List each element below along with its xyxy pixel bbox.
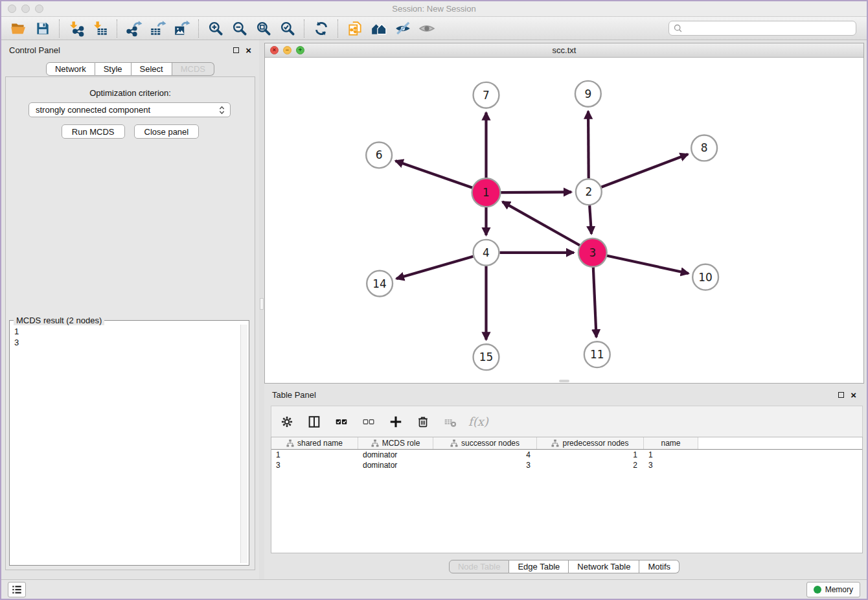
memory-button[interactable]: Memory — [806, 582, 860, 597]
table-cell[interactable]: 1 — [644, 450, 698, 459]
export-table-button[interactable] — [146, 18, 170, 39]
show-panels-button[interactable] — [415, 18, 439, 39]
tab-style[interactable]: Style — [95, 62, 131, 76]
open-session-button[interactable] — [6, 18, 30, 39]
main-toolbar — [1, 17, 867, 40]
panel-splitter[interactable] — [259, 40, 264, 579]
table-cell[interactable]: 3 — [433, 461, 537, 470]
criterion-select[interactable]: strongly connected component — [29, 102, 231, 117]
search-input[interactable] — [683, 23, 852, 33]
save-session-button[interactable] — [30, 18, 54, 39]
window-controls[interactable] — [8, 5, 43, 13]
delete-column-button[interactable] — [414, 413, 432, 431]
eye-slash-icon — [394, 20, 411, 37]
tab-network-table[interactable]: Network Table — [569, 560, 639, 573]
select-all-rows-button[interactable] — [332, 413, 350, 431]
hide-panels-button[interactable] — [391, 18, 415, 39]
close-network-icon[interactable]: × — [270, 46, 279, 54]
export-network-button[interactable] — [122, 18, 146, 39]
show-columns-button[interactable] — [305, 413, 323, 431]
graph-edge-3-1[interactable] — [503, 202, 581, 246]
table-cell[interactable]: 4 — [433, 450, 537, 459]
run-mcds-button[interactable]: Run MCDS — [62, 124, 125, 139]
control-panel-tabs: Network Style Select MCDS — [46, 62, 214, 76]
graph-node-label: 6 — [376, 148, 383, 161]
float-panel-icon[interactable] — [233, 47, 239, 53]
columns-icon — [307, 415, 321, 429]
show-networks-button[interactable] — [367, 18, 391, 39]
column-header-predecessor-nodes[interactable]: predecessor nodes — [537, 437, 644, 449]
graph-node-label: 10 — [698, 271, 713, 284]
table-cell[interactable]: 1 — [271, 450, 358, 459]
import-table-button[interactable] — [88, 18, 112, 39]
function-builder-button[interactable]: f(x) — [468, 413, 488, 431]
close-window-icon[interactable] — [8, 5, 16, 13]
hierarchy-icon — [450, 439, 458, 447]
control-panel-title: Control Panel — [9, 45, 60, 55]
column-header-successor-nodes[interactable]: successor nodes — [433, 437, 537, 449]
table-cell[interactable]: 3 — [271, 461, 358, 470]
deselect-all-rows-button[interactable] — [360, 413, 378, 431]
list-icon — [10, 583, 23, 596]
graph-node-label: 7 — [483, 89, 490, 102]
tab-motifs[interactable]: Motifs — [639, 560, 680, 573]
table-row[interactable]: 1dominator411 — [271, 450, 862, 460]
graph-edge-4-14[interactable] — [396, 257, 473, 279]
minimize-window-icon[interactable] — [21, 5, 30, 13]
toolbar-separator — [337, 19, 338, 38]
tab-node-table[interactable]: Node Table — [449, 560, 510, 573]
zoom-in-button[interactable] — [203, 18, 227, 39]
table-cell[interactable]: 3 — [644, 461, 698, 470]
refresh-button[interactable] — [309, 18, 333, 39]
memory-status-icon — [814, 586, 821, 594]
close-panel-icon[interactable]: × — [246, 45, 251, 55]
clone-network-button[interactable] — [343, 18, 367, 39]
network-window-titlebar[interactable]: × − + scc.txt — [265, 43, 863, 58]
tab-network[interactable]: Network — [46, 62, 95, 76]
task-history-button[interactable] — [8, 582, 26, 597]
zoom-network-icon[interactable]: + — [296, 46, 304, 54]
graph-edge-2-9[interactable] — [588, 111, 589, 179]
close-table-panel-icon[interactable]: × — [851, 390, 856, 400]
hscroll-grip[interactable] — [559, 380, 569, 382]
zoom-selected-button[interactable] — [275, 18, 299, 39]
zoom-out-button[interactable] — [227, 18, 251, 39]
zoom-fit-button[interactable] — [251, 18, 275, 39]
import-network-button[interactable] — [64, 18, 88, 39]
search-field[interactable] — [668, 21, 856, 36]
table-cell[interactable]: dominator — [358, 450, 433, 459]
result-scrollbar[interactable] — [240, 325, 247, 563]
graph-node-label: 3 — [589, 246, 596, 259]
zoom-selected-icon — [279, 20, 296, 37]
float-table-panel-icon[interactable] — [838, 392, 844, 398]
export-image-button[interactable] — [170, 18, 194, 39]
column-header-name[interactable]: name — [644, 437, 698, 449]
zoom-window-icon[interactable] — [35, 5, 43, 13]
deselect-all-icon — [361, 415, 376, 429]
tab-mcds[interactable]: MCDS — [172, 62, 214, 76]
delete-table-button[interactable] — [441, 413, 459, 431]
graph-edge-3-10[interactable] — [606, 255, 689, 273]
table-cell[interactable]: 1 — [537, 450, 644, 459]
minimize-network-icon[interactable]: − — [283, 46, 291, 54]
optimization-criterion-label: Optimization criterion: — [1, 88, 259, 98]
column-header-MCDS-role[interactable]: MCDS role — [358, 437, 433, 449]
table-row[interactable]: 3dominator323 — [271, 460, 862, 470]
tab-edge-table[interactable]: Edge Table — [509, 560, 569, 573]
network-canvas[interactable]: 7968124314101511 — [265, 58, 863, 383]
table-settings-button[interactable] — [278, 413, 296, 431]
graph-edge-3-11[interactable] — [593, 266, 597, 338]
graph-edge-1-2[interactable] — [499, 192, 571, 192]
table-cell[interactable]: dominator — [358, 461, 433, 470]
column-header-shared-name[interactable]: shared name — [271, 437, 358, 449]
graph-edge-1-6[interactable] — [396, 161, 474, 188]
search-icon — [673, 23, 683, 33]
splitter-handle[interactable] — [260, 298, 264, 310]
toolbar-separator — [59, 19, 60, 38]
table-cell[interactable]: 2 — [537, 461, 644, 470]
graph-edge-2-3[interactable] — [589, 205, 591, 234]
graph-edge-2-8[interactable] — [601, 154, 688, 187]
close-panel-button[interactable]: Close panel — [134, 124, 200, 139]
tab-select[interactable]: Select — [131, 62, 172, 76]
add-column-button[interactable] — [387, 413, 405, 431]
